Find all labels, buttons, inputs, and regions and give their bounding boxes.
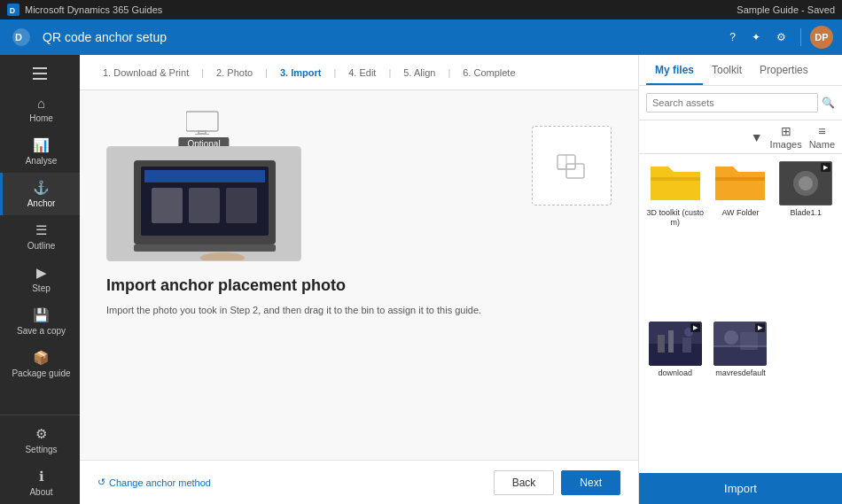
import-button[interactable]: Import [639,473,842,504]
svg-rect-39 [740,332,758,350]
images-icon: ⊞ [781,124,791,138]
sidebar-item-outline[interactable]: ☰ Outline [0,215,80,258]
title-bar-app-name: Microsoft Dynamics 365 Guides [25,4,162,15]
title-bar: D Microsoft Dynamics 365 Guides Sample G… [0,0,842,19]
sidebar-item-step-label: Step [32,283,51,293]
panel-toolbar: ▼ ⊞ Images ≡ Name [639,120,842,154]
asset-3d-toolkit[interactable]: 3D toolkit (custom) [646,161,705,314]
asset-label-blade1: Blade1.1 [790,208,822,218]
images-label: Images [770,139,802,150]
search-icon[interactable]: 🔍 [822,97,835,109]
app-bar-controls: ? ✦ ⚙ DP [724,26,833,49]
nav-buttons: Back Next [494,470,620,495]
name-sort-button[interactable]: ≡ Name [809,124,835,150]
laptop-svg [107,147,301,261]
sidebar-item-about[interactable]: ℹ About [0,461,80,504]
sidebar-item-settings[interactable]: ⚙ Settings [0,419,80,461]
step-download[interactable]: 1. Download & Print [97,64,194,81]
help-button[interactable]: ? [724,27,741,47]
sidebar-item-anchor[interactable]: ⚓ Anchor [0,173,80,215]
download-badge: ▶ [690,323,700,332]
user-avatar[interactable]: DP [810,26,833,49]
svg-rect-14 [134,244,276,252]
name-icon: ≡ [818,124,825,138]
change-method-link[interactable]: ↺ Change anchor method [97,477,211,488]
analyse-icon: 📊 [33,137,50,153]
sidebar-item-package-guide[interactable]: 📦 Package guide [0,343,80,385]
svg-rect-13 [226,188,257,223]
change-method-label: Change anchor method [109,477,211,488]
step-align[interactable]: 5. Align [398,64,440,81]
content-area: 1. Download & Print | 2. Photo | 3. Impo… [80,55,638,504]
tab-toolkit[interactable]: Toolkit [703,55,751,85]
import-text-block: Import anchor placement photo Import the… [106,275,505,318]
app-bar-title: QR code anchor setup [43,30,724,44]
step-photo[interactable]: 2. Photo [211,64,258,81]
filter-icon: ▼ [751,130,763,144]
sidebar-item-home[interactable]: ⌂ Home [0,89,80,130]
about-icon: ℹ [39,469,44,485]
dynamics-logo-svg: D [12,27,31,47]
images-view-button[interactable]: ⊞ Images [770,124,802,150]
feedback-button[interactable]: ✦ [746,27,766,47]
import-title: Import anchor placement photo [106,275,505,296]
step-edit[interactable]: 4. Edit [343,64,381,81]
svg-rect-6 [195,134,209,135]
svg-rect-11 [152,188,183,223]
settings-icon: ⚙ [35,426,47,442]
sidebar-item-analyse-label: Analyse [26,156,58,166]
app-bar-divider [800,28,801,46]
guide-main: Optional [106,108,505,318]
asset-download[interactable]: ▶ download [646,322,705,466]
step-import[interactable]: 3. Import [275,64,326,81]
asset-thumb-blade1: ▶ [779,161,832,205]
sidebar-item-anchor-label: Anchor [27,198,56,208]
laptop-image-wrapper: Optional [106,146,301,261]
step-complete[interactable]: 6. Complete [457,64,520,81]
title-bar-doc-name: Sample Guide - Saved [737,4,835,15]
tab-my-files[interactable]: My files [646,55,703,85]
asset-aw-folder[interactable]: AW Folder [712,161,770,314]
next-button[interactable]: Next [561,470,620,495]
svg-rect-22 [651,177,700,181]
hamburger-menu[interactable] [0,58,80,89]
svg-text:D: D [10,6,15,15]
drop-zone[interactable] [532,126,612,205]
search-input[interactable] [646,93,818,112]
device-placeholder-icon [106,108,301,139]
sidebar-item-save-copy[interactable]: 💾 Save a copy [0,300,80,343]
sidebar-item-package-guide-label: Package guide [12,368,70,378]
sidebar-item-outline-label: Outline [27,241,56,251]
settings-button[interactable]: ⚙ [771,27,791,47]
asset-blade1[interactable]: ▶ Blade1.1 [776,161,835,314]
asset-label-3d-toolkit: 3D toolkit (custom) [646,208,705,228]
tab-properties[interactable]: Properties [751,55,817,85]
asset-mavresdefault[interactable]: ▶ mavresdefault [712,322,770,466]
right-panel: My files Toolkit Properties 🔍 ▼ ⊞ Images… [638,55,842,504]
sidebar-item-settings-label: Settings [25,445,57,454]
step-nav: 1. Download & Print | 2. Photo | 3. Impo… [80,55,638,90]
sidebar-item-analyse[interactable]: 📊 Analyse [0,130,80,173]
name-label: Name [809,139,835,150]
svg-rect-4 [186,112,218,131]
app-logo-icon: D [7,4,19,16]
main-layout: ⌂ Home 📊 Analyse ⚓ Anchor ☰ Outline ▶ St… [0,55,842,504]
svg-point-38 [724,330,738,345]
svg-rect-32 [658,335,665,353]
asset-label-aw-folder: AW Folder [721,208,759,218]
svg-rect-33 [668,330,674,353]
app-bar: D QR code anchor setup ? ✦ ⚙ DP [0,19,842,55]
guide-content: Optional [80,90,638,460]
svg-point-28 [799,176,813,190]
asset-label-mavresdefault: mavresdefault [715,368,766,378]
save-copy-icon: 💾 [33,307,50,323]
sidebar-bottom: ⚙ Settings ℹ About [0,415,80,504]
asset-thumb-download: ▶ [649,322,702,366]
svg-rect-31 [649,344,702,366]
filter-button[interactable]: ▼ [751,130,763,144]
device-container: Optional [106,108,301,261]
sidebar-item-step[interactable]: ▶ Step [0,258,80,300]
package-guide-icon: 📦 [33,350,50,366]
back-button[interactable]: Back [494,470,555,495]
sidebar: ⌂ Home 📊 Analyse ⚓ Anchor ☰ Outline ▶ St… [0,55,80,504]
